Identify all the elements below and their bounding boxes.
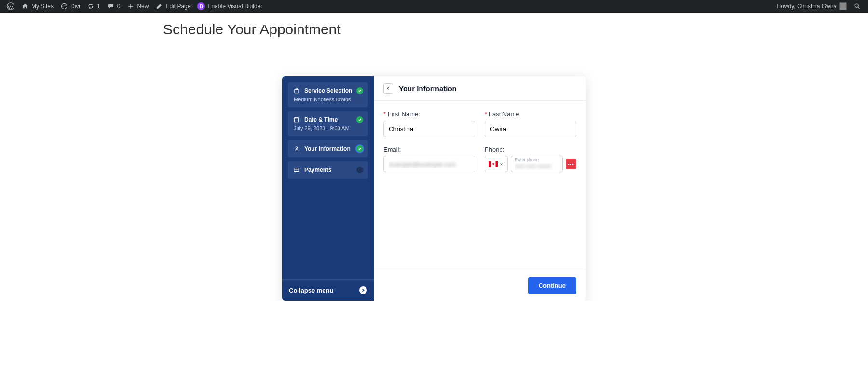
step-payments[interactable]: Payments <box>288 161 368 179</box>
svg-rect-9 <box>496 161 498 167</box>
step-your-information[interactable]: Your Information <box>288 140 368 157</box>
search-toggle[interactable] <box>851 0 864 13</box>
form-body: * First Name: * Last Name: Email: Phone: <box>374 101 586 270</box>
new-content-menu[interactable]: New <box>124 0 151 13</box>
check-icon <box>356 87 363 94</box>
home-icon <box>21 2 29 10</box>
wp-logo-menu[interactable] <box>4 0 17 13</box>
step-title: Payments <box>304 167 353 173</box>
edit-page-menu[interactable]: Edit Page <box>152 0 193 13</box>
check-icon <box>356 116 363 123</box>
enable-vb-label: Enable Visual Builder <box>207 3 262 10</box>
svg-rect-4 <box>294 118 298 122</box>
svg-rect-3 <box>295 90 298 93</box>
new-label: New <box>137 3 149 10</box>
form-group-email: Email: <box>383 146 475 172</box>
form-row-name: * First Name: * Last Name: <box>383 111 576 137</box>
svg-rect-6 <box>294 168 299 172</box>
edit-page-label: Edit Page <box>165 3 190 10</box>
comments-count: 0 <box>117 3 121 10</box>
comment-icon <box>107 2 115 10</box>
collapse-label: Collapse menu <box>289 287 333 294</box>
step-date-time[interactable]: Date & Time July 29, 2023 - 9:00 AM <box>288 111 368 136</box>
form-group-first-name: * First Name: <box>383 111 475 137</box>
wp-admin-bar: My Sites Divi 1 0 New <box>0 0 868 13</box>
step-title: Service Selection <box>304 87 353 94</box>
avatar <box>839 2 847 10</box>
step-subtitle: July 29, 2023 - 9:00 AM <box>293 126 363 131</box>
site-name-label: Divi <box>70 3 80 10</box>
email-label: Email: <box>383 146 475 153</box>
step-header: Your Information <box>293 145 363 153</box>
search-icon <box>854 2 861 10</box>
phone-input-wrap: Enter phone <box>511 156 563 172</box>
phone-wrap: Enter phone ••• <box>485 156 576 172</box>
comments-menu[interactable]: 0 <box>104 0 123 13</box>
form-group-phone: Phone: Enter phone <box>485 146 576 172</box>
updates-menu[interactable]: 1 <box>84 0 103 13</box>
calendar-icon <box>293 116 300 124</box>
phone-placeholder: Enter phone <box>515 157 539 162</box>
my-sites-label: My Sites <box>31 3 54 10</box>
continue-button[interactable]: Continue <box>528 277 576 294</box>
arrow-right-icon <box>359 286 367 294</box>
chevron-down-icon <box>500 162 503 166</box>
form-row-contact: Email: Phone: Enter phone <box>383 146 576 172</box>
step-service-selection[interactable]: Service Selection Medium Knotless Braids <box>288 82 368 107</box>
step-subtitle: Medium Knotless Braids <box>293 97 363 102</box>
admin-bar-left: My Sites Divi 1 0 New <box>4 0 265 13</box>
card-icon <box>293 166 300 174</box>
svg-point-2 <box>855 4 858 7</box>
check-empty-icon <box>356 167 363 173</box>
first-name-label: * First Name: <box>383 111 475 118</box>
bag-icon <box>293 87 300 95</box>
check-icon <box>356 145 363 152</box>
refresh-icon <box>87 2 95 10</box>
plus-icon <box>127 2 135 10</box>
greeting-label: Howdy, Christina Gwira <box>777 3 837 10</box>
collapse-menu[interactable]: Collapse menu <box>282 279 374 301</box>
last-name-label: * Last Name: <box>485 111 576 118</box>
main-header: Your Information <box>374 76 586 101</box>
form-group-last-name: * Last Name: <box>485 111 576 137</box>
svg-rect-8 <box>489 161 491 167</box>
country-select[interactable] <box>485 156 508 172</box>
phone-label: Phone: <box>485 146 576 153</box>
dashboard-icon <box>60 2 68 10</box>
wordpress-icon <box>7 2 14 10</box>
steps-list: Service Selection Medium Knotless Braids… <box>282 76 374 279</box>
updates-count: 1 <box>97 3 100 10</box>
booking-widget: Service Selection Medium Knotless Braids… <box>282 76 586 301</box>
pencil-icon <box>155 2 163 10</box>
page-title: Schedule Your Appointment <box>0 13 868 38</box>
step-title: Date & Time <box>304 116 353 123</box>
main-title: Your Information <box>399 84 457 93</box>
svg-point-5 <box>296 147 298 149</box>
person-icon <box>293 145 300 153</box>
first-name-field[interactable] <box>383 121 475 137</box>
admin-bar-right: Howdy, Christina Gwira <box>774 0 864 13</box>
divi-icon: D <box>197 2 205 10</box>
site-name-menu[interactable]: Divi <box>57 0 83 13</box>
email-field[interactable] <box>383 156 475 172</box>
step-title: Your Information <box>304 145 353 152</box>
lastpass-icon[interactable]: ••• <box>566 159 576 169</box>
booking-main: Your Information * First Name: * Last Na… <box>374 76 586 301</box>
flag-canada-icon <box>489 161 498 167</box>
user-menu[interactable]: Howdy, Christina Gwira <box>774 0 850 13</box>
step-header: Service Selection <box>293 87 363 95</box>
step-header: Date & Time <box>293 116 363 124</box>
booking-sidebar: Service Selection Medium Knotless Braids… <box>282 76 374 301</box>
step-header: Payments <box>293 166 363 174</box>
last-name-field[interactable] <box>485 121 576 137</box>
main-footer: Continue <box>374 270 586 301</box>
back-button[interactable] <box>383 83 393 94</box>
my-sites-menu[interactable]: My Sites <box>18 0 56 13</box>
enable-visual-builder[interactable]: D Enable Visual Builder <box>194 0 265 13</box>
